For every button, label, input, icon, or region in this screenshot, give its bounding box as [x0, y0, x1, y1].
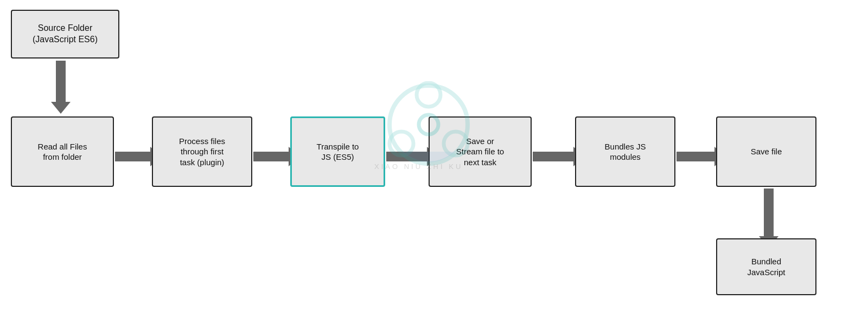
box-save-stream: Save orStream file tonext task [429, 116, 532, 187]
box-source-folder: Source Folder (JavaScript ES6) [11, 10, 119, 58]
box-bundled-js: BundledJavaScript [716, 238, 816, 295]
box-process-files: Process filesthrough firsttask (plugin) [152, 116, 252, 187]
svg-point-2 [417, 83, 441, 107]
box-transpile: Transpile toJS (ES5) [290, 116, 385, 187]
diagram-container: Source Folder (JavaScript ES6) Read all … [0, 0, 868, 312]
box-save-file: Save file [716, 116, 816, 187]
box-read-files: Read all Filesfrom folder [11, 116, 114, 187]
arrow-source-to-read [51, 61, 71, 114]
box-bundles-js: Bundles JSmodules [575, 116, 675, 187]
